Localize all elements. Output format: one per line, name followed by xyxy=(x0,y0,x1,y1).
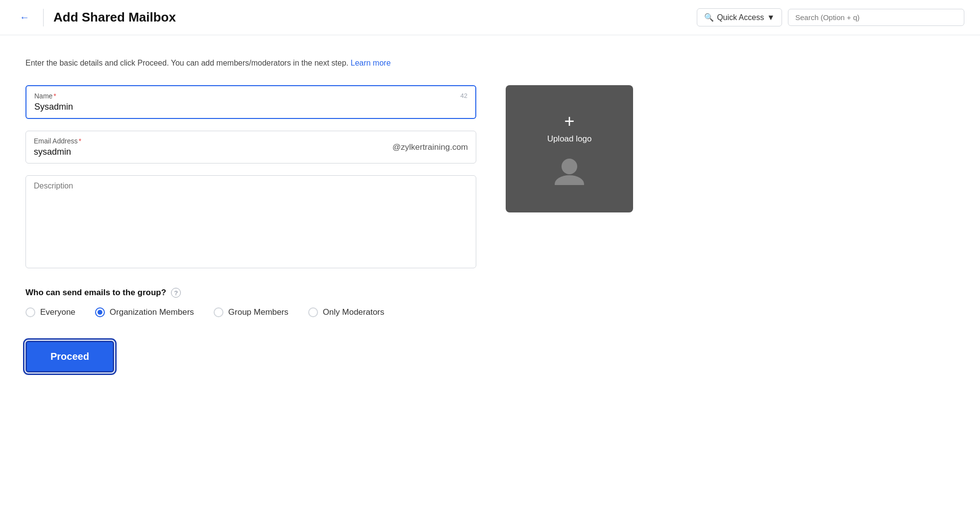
radio-group-members-label: Group Members xyxy=(228,307,289,317)
description-field-group xyxy=(25,175,476,268)
search-input[interactable] xyxy=(788,9,964,26)
radio-everyone-input[interactable] xyxy=(25,307,35,317)
name-field: Name* 42 xyxy=(25,85,476,119)
radio-question: Who can send emails to the group? ? xyxy=(25,288,476,298)
name-label: Name* xyxy=(34,92,467,100)
search-icon: 🔍 xyxy=(704,13,714,22)
radio-section: Who can send emails to the group? ? Ever… xyxy=(25,288,476,317)
email-inner: Email Address* xyxy=(34,137,389,157)
radio-group-members-input[interactable] xyxy=(214,307,223,317)
email-field: Email Address* @zylkertraining.com xyxy=(25,131,476,164)
back-button[interactable]: ← xyxy=(16,9,33,26)
form-fields: Name* 42 Email Address* @zylkertraining.… xyxy=(25,85,476,373)
email-label: Email Address* xyxy=(34,137,389,145)
name-input[interactable] xyxy=(34,102,467,112)
name-field-group: Name* 42 xyxy=(25,85,476,119)
header-right: 🔍 Quick Access ▼ xyxy=(697,8,964,26)
radio-group-members[interactable]: Group Members xyxy=(214,307,289,317)
radio-only-moderators[interactable]: Only Moderators xyxy=(308,307,385,317)
avatar-silhouette xyxy=(550,156,589,185)
radio-org-members-label: Organization Members xyxy=(110,307,194,317)
page-title: Add Shared Mailbox xyxy=(53,10,697,25)
radio-options: Everyone Organization Members Group Memb… xyxy=(25,307,476,317)
quick-access-label: Quick Access xyxy=(717,13,764,22)
learn-more-link[interactable]: Learn more xyxy=(351,59,391,67)
email-domain: @zylkertraining.com xyxy=(389,142,468,152)
proceed-section: Proceed xyxy=(25,341,476,373)
description-textarea[interactable] xyxy=(34,182,468,260)
char-count: 42 xyxy=(461,92,467,99)
radio-only-moderators-input[interactable] xyxy=(308,307,318,317)
dropdown-icon: ▼ xyxy=(767,13,775,22)
info-text: Enter the basic details and click Procee… xyxy=(25,59,955,68)
main-content: Enter the basic details and click Procee… xyxy=(0,35,980,396)
radio-org-members[interactable]: Organization Members xyxy=(95,307,194,317)
header-divider xyxy=(43,9,44,26)
proceed-button[interactable]: Proceed xyxy=(25,341,114,373)
upload-logo-box[interactable]: + Upload logo xyxy=(506,85,633,212)
upload-plus-icon: + xyxy=(564,113,574,130)
radio-everyone[interactable]: Everyone xyxy=(25,307,75,317)
description-field xyxy=(25,175,476,268)
svg-point-1 xyxy=(555,175,584,185)
email-input[interactable] xyxy=(34,147,389,157)
svg-point-0 xyxy=(562,159,577,174)
radio-org-members-input[interactable] xyxy=(95,307,105,317)
quick-access-button[interactable]: 🔍 Quick Access ▼ xyxy=(697,8,782,26)
upload-label: Upload logo xyxy=(547,134,592,144)
form-layout: Name* 42 Email Address* @zylkertraining.… xyxy=(25,85,955,373)
radio-everyone-label: Everyone xyxy=(40,307,75,317)
email-field-group: Email Address* @zylkertraining.com xyxy=(25,131,476,164)
help-icon[interactable]: ? xyxy=(171,288,181,298)
header: ← Add Shared Mailbox 🔍 Quick Access ▼ xyxy=(0,0,980,35)
radio-only-moderators-label: Only Moderators xyxy=(323,307,385,317)
